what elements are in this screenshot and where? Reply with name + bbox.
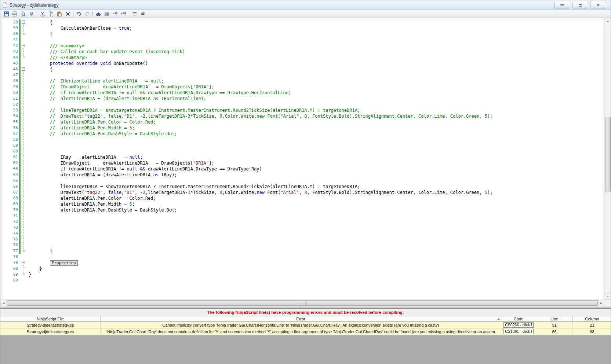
- redo-button[interactable]: [83, 10, 91, 18]
- collapse-icon[interactable]: −: [22, 67, 25, 71]
- code-line[interactable]: 75: [3, 236, 604, 242]
- pin-button[interactable]: [27, 10, 36, 18]
- code-line[interactable]: 78: [3, 254, 604, 260]
- code-line[interactable]: 60: [3, 148, 604, 154]
- restore-icon: [579, 4, 582, 7]
- column-header-line[interactable]: Line: [536, 316, 573, 321]
- code-line[interactable]: 53 // lineTargetDR1A = showtargetoneDR1A…: [3, 107, 604, 113]
- code-line[interactable]: 63 if (drawAlertLineDR1A != null && draw…: [3, 166, 604, 172]
- code-line[interactable]: 42− /// <summary>: [3, 43, 604, 49]
- error-code-link[interactable]: CS0266 - click f: [503, 322, 534, 328]
- code-line[interactable]: 90: [3, 277, 604, 283]
- code-line[interactable]: 64 alertLineDR1A = (drawAlertLineDR1A as…: [3, 172, 604, 178]
- code-line[interactable]: 54 // DrawText("tag22", false,"D1", -2,l…: [3, 113, 604, 119]
- vertical-scroll-thumb[interactable]: [605, 117, 611, 192]
- code-line[interactable]: 59: [3, 143, 604, 148]
- error-row[interactable]: Strategy\djdeltastrategy.csCannot implic…: [0, 322, 611, 328]
- code-line[interactable]: 76: [3, 242, 604, 248]
- collapse-icon[interactable]: −: [22, 44, 25, 47]
- code-line[interactable]: 44 /// </summary>: [3, 55, 604, 60]
- scroll-down-arrow[interactable]: ▼: [605, 293, 611, 299]
- comment-button[interactable]: [130, 10, 139, 18]
- code-line[interactable]: 46− {: [3, 66, 604, 72]
- column-header-code[interactable]: Code: [501, 316, 536, 321]
- save-button[interactable]: [2, 10, 10, 18]
- code-line[interactable]: 40 }: [3, 31, 604, 37]
- code-editor[interactable]: 38− {39 CalculateOnBarClose = true;40 }4…: [0, 18, 611, 299]
- horizontal-scrollbar[interactable]: ◀ ❘❘❘ ▶: [0, 299, 611, 306]
- code-line[interactable]: 47: [3, 72, 604, 78]
- code-line[interactable]: 56 // alertLineDR1A.Pen.Width = 5;: [3, 125, 604, 131]
- code-line[interactable]: 48 // IHorizontalLine alertLineDR1A = nu…: [3, 78, 604, 84]
- code-line[interactable]: 68 alertLineDR1A.Pen.Color = Color.Red;: [3, 195, 604, 201]
- code-line[interactable]: 72: [3, 219, 604, 225]
- scroll-right-arrow[interactable]: ▶: [598, 300, 604, 306]
- outdent-button[interactable]: [111, 10, 119, 18]
- restore-button[interactable]: [572, 2, 588, 8]
- collapse-icon[interactable]: −: [22, 21, 25, 24]
- uncomment-button[interactable]: [139, 10, 147, 18]
- line-number: 43: [3, 49, 18, 55]
- window-title: Strategy - djdeltastrategy: [10, 3, 58, 8]
- scroll-up-arrow[interactable]: ▲: [605, 18, 611, 24]
- code-line[interactable]: 74: [3, 231, 604, 236]
- code-line[interactable]: 39 CalculateOnBarClose = true;: [3, 25, 604, 31]
- code-line[interactable]: 41: [3, 37, 604, 43]
- code-line[interactable]: 61 IRay alertLineDR1A = null;: [3, 154, 604, 160]
- fold-margin[interactable]: +: [21, 260, 26, 266]
- column-header-error[interactable]: Error◢: [101, 316, 501, 321]
- close-button[interactable]: ✕: [590, 2, 606, 8]
- copy-button[interactable]: [47, 10, 55, 18]
- grid-button[interactable]: [102, 10, 111, 18]
- code-line[interactable]: 79+ Properties: [3, 260, 604, 266]
- line-number: 56: [3, 125, 18, 131]
- code-line[interactable]: 57 // alertLineDR1A.Pen.DashStyle = Dash…: [3, 131, 604, 137]
- find-button[interactable]: [94, 10, 102, 18]
- panel-splitter[interactable]: [0, 306, 611, 309]
- column-header-column[interactable]: Column: [573, 316, 611, 321]
- code-line[interactable]: 55 // alertLineDR1A.Pen.Color = Color.Re…: [3, 119, 604, 125]
- fold-margin[interactable]: −: [21, 43, 26, 49]
- code-line[interactable]: 58: [3, 137, 604, 143]
- code-line[interactable]: 65: [3, 178, 604, 184]
- delete-button[interactable]: [63, 10, 72, 18]
- code-line[interactable]: 89}: [3, 272, 604, 277]
- collapsed-region-box[interactable]: Properties: [50, 260, 78, 266]
- code-line[interactable]: 77 }: [3, 248, 604, 254]
- fold-margin[interactable]: −: [21, 19, 26, 25]
- paste-button[interactable]: [55, 10, 63, 18]
- code-line[interactable]: 51 // alertLineDR1A = (drawAlertLineDR1A…: [3, 96, 604, 102]
- code-line[interactable]: 69 alertLineDR1A.Pen.Width = 5;: [3, 201, 604, 207]
- print-button[interactable]: [10, 10, 19, 18]
- code-line[interactable]: 71: [3, 213, 604, 219]
- print-preview-button[interactable]: [19, 10, 27, 18]
- minimize-icon: [560, 4, 564, 5]
- cut-button[interactable]: [38, 10, 47, 18]
- code-line[interactable]: 70 alertLineDR1A.Pen.DashStyle = DashSty…: [3, 207, 604, 213]
- code-line[interactable]: 73: [3, 225, 604, 231]
- code-line[interactable]: 62 IDrawObject drawAlertLineDR1A = DrawO…: [3, 160, 604, 166]
- minimize-button[interactable]: [554, 2, 570, 8]
- column-header-file[interactable]: NinjaScript File: [0, 316, 101, 321]
- indent-button[interactable]: [119, 10, 128, 18]
- code-text: [26, 137, 29, 143]
- vertical-scrollbar[interactable]: ▲ ▼: [604, 18, 611, 299]
- code-line[interactable]: 45 protected override void OnBarUpdate(): [3, 60, 604, 66]
- fold-margin[interactable]: −: [21, 66, 26, 72]
- code-line[interactable]: 88 }: [3, 266, 604, 272]
- fold-margin: [21, 213, 26, 219]
- code-line[interactable]: 49 // IDrawObject drawAlertLineDR1A = Dr…: [3, 84, 604, 90]
- code-line[interactable]: 50 // if (drawAlertLineDR1A != null && d…: [3, 90, 604, 96]
- code-line[interactable]: 38− {: [3, 19, 604, 25]
- code-line[interactable]: 43 /// Called on each bar update event (…: [3, 49, 604, 55]
- code-line[interactable]: 67 DrawText("tag22", false,"D1", -2,line…: [3, 190, 604, 195]
- code-line[interactable]: 66 lineTargetDR1A = showtargetoneDR1A ? …: [3, 184, 604, 190]
- error-code-link[interactable]: CS1061 - click f: [503, 329, 534, 334]
- undo-button[interactable]: [74, 10, 83, 18]
- scroll-left-arrow[interactable]: ◀: [0, 300, 7, 306]
- error-row[interactable]: Strategy\djdeltastrategy.cs'NinjaTrader.…: [0, 328, 611, 335]
- expand-icon[interactable]: +: [22, 261, 25, 264]
- horizontal-scroll-thumb[interactable]: ❘❘❘: [7, 300, 598, 306]
- code-line[interactable]: 52: [3, 102, 604, 107]
- code-text: alertLineDR1A.Pen.DashStyle = DashStyle.…: [26, 207, 177, 213]
